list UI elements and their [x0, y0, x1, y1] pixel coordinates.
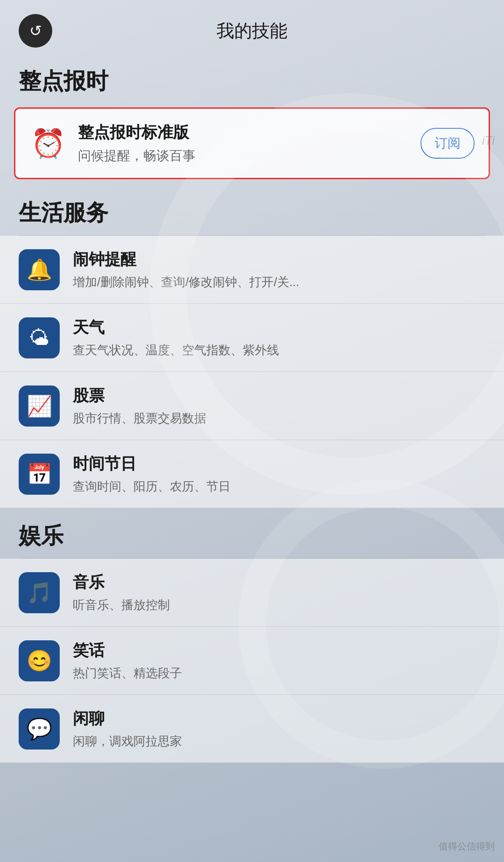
jokes-desc: 热门笑话、精选段子 [73, 665, 485, 681]
calendar-text: 时间节日 查询时间、阳历、农历、节日 [73, 453, 485, 495]
calendar-title: 时间节日 [73, 453, 485, 475]
alarm-title: 闹钟提醒 [73, 249, 485, 270]
calendar-icon: 📅 [19, 454, 60, 495]
list-item-jokes[interactable]: 😊 笑话 热门笑话、精选段子 [0, 627, 504, 695]
stocks-title: 股票 [73, 385, 485, 406]
music-icon: 🎵 [19, 572, 60, 613]
hourly-report-section-title: 整点报时 [0, 57, 504, 104]
life-service-list: 🔔 闹钟提醒 增加/删除闹钟、查询/修改闹钟、打开/关... 🌤 天气 查天气状… [0, 236, 504, 508]
entertainment-list: 🎵 音乐 听音乐、播放控制 😊 笑话 热门笑话、精选段子 💬 闲聊 闲聊，调戏阿… [0, 559, 504, 763]
jokes-icon: 😊 [19, 640, 60, 681]
iti-watermark: iTi [482, 133, 495, 148]
jokes-text: 笑话 热门笑话、精选段子 [73, 640, 485, 681]
weather-title: 天气 [73, 317, 485, 338]
card-title: 整点报时标准版 [78, 122, 420, 143]
list-item-alarm[interactable]: 🔔 闹钟提醒 增加/删除闹钟、查询/修改闹钟、打开/关... [0, 236, 504, 304]
chat-icon: 💬 [19, 708, 60, 750]
card-subtitle: 问候提醒，畅谈百事 [78, 147, 420, 165]
weather-text: 天气 查天气状况、温度、空气指数、紫外线 [73, 317, 485, 358]
calendar-desc: 查询时间、阳历、农历、节日 [73, 478, 485, 495]
jokes-title: 笑话 [73, 640, 485, 661]
subscribe-button[interactable]: 订阅 [420, 128, 475, 159]
stocks-icon: 📈 [19, 385, 60, 427]
music-desc: 听音乐、播放控制 [73, 597, 485, 613]
alarm-icon: 🔔 [19, 249, 60, 290]
card-text: 整点报时标准版 问候提醒，畅谈百事 [78, 122, 420, 165]
stocks-desc: 股市行情、股票交易数据 [73, 410, 485, 427]
alarm-desc: 增加/删除闹钟、查询/修改闹钟、打开/关... [73, 274, 485, 290]
alarm-clock-icon-wrap: ⏰ [29, 125, 67, 162]
music-title: 音乐 [73, 572, 485, 593]
header: ↺ 我的技能 [0, 0, 504, 57]
entertainment-section-title: 娱乐 [0, 512, 504, 558]
list-item-weather[interactable]: 🌤 天气 查天气状况、温度、空气指数、紫外线 [0, 304, 504, 372]
alarm-text: 闹钟提醒 增加/删除闹钟、查询/修改闹钟、打开/关... [73, 249, 485, 290]
hourly-report-card[interactable]: ⏰ 整点报时标准版 问候提醒，畅谈百事 订阅 [14, 107, 490, 179]
weather-desc: 查天气状况、温度、空气指数、紫外线 [73, 342, 485, 358]
back-arrow-icon: ↺ [29, 23, 42, 38]
music-text: 音乐 听音乐、播放控制 [73, 572, 485, 613]
list-item-chat[interactable]: 💬 闲聊 闲聊，调戏阿拉思家 [0, 695, 504, 763]
back-button[interactable]: ↺ [19, 14, 52, 48]
life-service-section-title: 生活服务 [0, 189, 504, 235]
weather-icon: 🌤 [19, 317, 60, 358]
list-item-stocks[interactable]: 📈 股票 股市行情、股票交易数据 [0, 372, 504, 440]
stocks-text: 股票 股市行情、股票交易数据 [73, 385, 485, 427]
list-item-calendar[interactable]: 📅 时间节日 查询时间、阳历、农历、节日 [0, 440, 504, 508]
entertainment-section: 娱乐 🎵 音乐 听音乐、播放控制 😊 笑话 热门笑话、精选段子 💬 闲聊 闲聊，… [0, 512, 504, 763]
chat-desc: 闲聊，调戏阿拉思家 [73, 733, 485, 750]
alarm-clock-icon: ⏰ [31, 127, 66, 160]
watermark: 值得公信得到 [439, 840, 495, 853]
list-item-music[interactable]: 🎵 音乐 听音乐、播放控制 [0, 559, 504, 627]
chat-text: 闲聊 闲聊，调戏阿拉思家 [73, 708, 485, 750]
chat-title: 闲聊 [73, 708, 485, 729]
page-title: 我的技能 [52, 19, 452, 43]
